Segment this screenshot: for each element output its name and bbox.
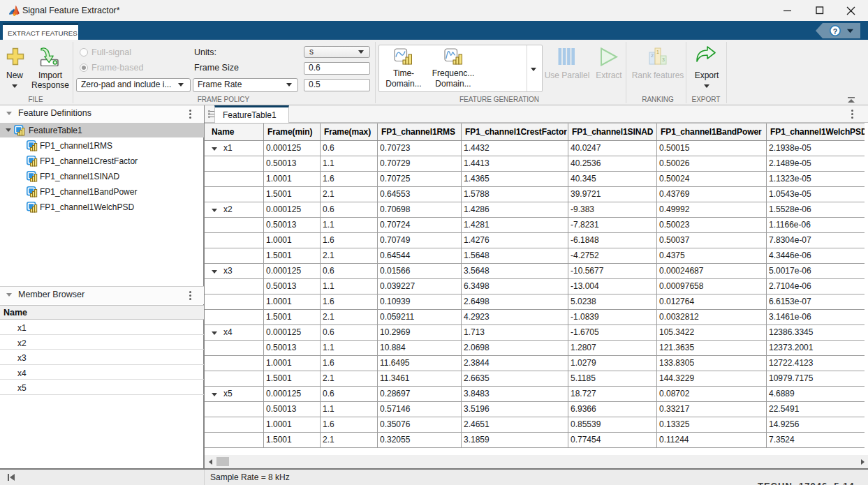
svg-text:3: 3 — [662, 57, 665, 62]
svg-text:1: 1 — [656, 50, 659, 54]
svg-text:2: 2 — [651, 53, 654, 58]
svg-text:?: ? — [833, 27, 837, 36]
